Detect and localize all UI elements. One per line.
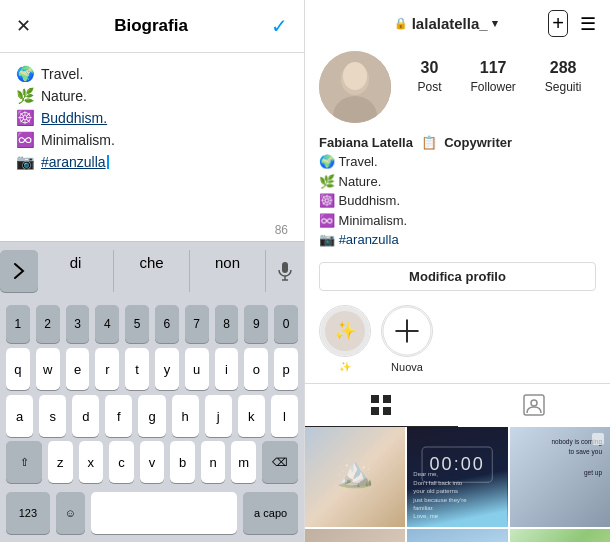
profile-bio-nature: 🌿 Nature.	[319, 172, 596, 192]
key-b[interactable]: b	[170, 441, 195, 483]
grid-item-5[interactable]	[407, 529, 507, 542]
grid-item-3[interactable]: nobody is comingto save youget up	[510, 427, 610, 527]
close-icon[interactable]	[16, 15, 31, 37]
stat-followers[interactable]: 117 Follower	[470, 59, 515, 95]
grid-cell-3: nobody is comingto save youget up	[510, 427, 610, 527]
key-t[interactable]: t	[125, 348, 149, 390]
stat-posts[interactable]: 30 Post	[417, 59, 441, 95]
numbers-key[interactable]: 123	[6, 492, 50, 534]
following-count: 288	[545, 59, 582, 77]
key-a[interactable]: a	[6, 395, 33, 437]
key-s[interactable]: s	[39, 395, 66, 437]
key-6[interactable]: 6	[155, 305, 179, 343]
tab-tagged[interactable]	[458, 384, 611, 427]
grid-item-6[interactable]	[510, 529, 610, 542]
key-o[interactable]: o	[244, 348, 268, 390]
profile-hashtag-link[interactable]: #aranzulla	[339, 232, 399, 247]
chevron-down-icon: ▾	[492, 17, 498, 30]
key-j[interactable]: j	[205, 395, 232, 437]
svg-text:✨: ✨	[334, 320, 357, 342]
key-9[interactable]: 9	[244, 305, 268, 343]
number-row: 1 2 3 4 5 6 7 8 9 0	[0, 300, 304, 343]
key-d[interactable]: d	[72, 395, 99, 437]
bio-edit-area[interactable]: 🌍 Travel. 🌿 Nature. ☸️ Buddhism. ♾️ Mini…	[0, 53, 304, 223]
key-5[interactable]: 5	[125, 305, 149, 343]
tabs-row	[305, 383, 610, 427]
key-y[interactable]: y	[155, 348, 179, 390]
bio-line-4: ♾️ Minimalism.	[16, 131, 288, 149]
story-circle-1[interactable]: ✨	[319, 305, 371, 357]
shift-key[interactable]: ⇧	[6, 441, 42, 483]
stories-row: ✨ ✨ Nuova	[305, 301, 610, 383]
svg-point-7	[343, 62, 367, 90]
keyboard-bottom-row: 123 ☺ a capo	[0, 488, 304, 542]
lock-icon: 🔒	[394, 17, 408, 30]
key-v[interactable]: v	[140, 441, 165, 483]
key-r[interactable]: r	[95, 348, 119, 390]
grid-item-1[interactable]: 🏔️	[305, 427, 405, 527]
add-story-button[interactable]	[381, 305, 433, 357]
profile-bio-travel: 🌍 Travel.	[319, 152, 596, 172]
header-icons: + ☰	[548, 10, 596, 37]
grid-cell-6	[510, 529, 610, 542]
username-text: lalalatella_	[412, 15, 488, 32]
emoji-key[interactable]: ☺	[56, 492, 85, 534]
key-m[interactable]: m	[231, 441, 256, 483]
tab-grid[interactable]	[305, 384, 458, 427]
followers-count: 117	[470, 59, 515, 77]
grid-item-4[interactable]: ✨	[305, 529, 405, 542]
menu-icon[interactable]: ☰	[580, 13, 596, 35]
svg-rect-30	[510, 529, 610, 542]
key-z[interactable]: z	[48, 441, 73, 483]
key-q[interactable]: q	[6, 348, 30, 390]
suggestion-non[interactable]: non	[190, 250, 266, 292]
text-cursor	[107, 155, 109, 169]
add-post-icon[interactable]: +	[548, 10, 568, 37]
nature-emoji: 🌿	[16, 87, 35, 105]
key-2[interactable]: 2	[36, 305, 60, 343]
followers-label: Follower	[470, 80, 515, 94]
grid-cell-5	[407, 529, 507, 542]
key-1[interactable]: 1	[6, 305, 30, 343]
edit-profile-button[interactable]: Modifica profilo	[319, 262, 596, 291]
key-u[interactable]: u	[185, 348, 209, 390]
backspace-key[interactable]: ⌫	[262, 441, 298, 483]
svg-rect-14	[383, 395, 391, 403]
key-i[interactable]: i	[215, 348, 239, 390]
key-k[interactable]: k	[238, 395, 265, 437]
stat-following[interactable]: 288 Seguiti	[545, 59, 582, 95]
key-0[interactable]: 0	[274, 305, 298, 343]
grid-cell-3-badge	[592, 433, 604, 445]
key-f[interactable]: f	[105, 395, 132, 437]
space-key[interactable]	[91, 492, 237, 534]
confirm-icon[interactable]	[271, 14, 288, 38]
svg-rect-16	[383, 407, 391, 415]
profile-username-header[interactable]: 🔒 lalalatella_ ▾	[394, 15, 498, 32]
svg-point-18	[531, 400, 537, 406]
key-8[interactable]: 8	[215, 305, 239, 343]
key-3[interactable]: 3	[66, 305, 90, 343]
key-g[interactable]: g	[138, 395, 165, 437]
key-w[interactable]: w	[36, 348, 60, 390]
key-p[interactable]: p	[274, 348, 298, 390]
key-4[interactable]: 4	[95, 305, 119, 343]
key-c[interactable]: c	[109, 441, 134, 483]
photo-grid: 🏔️ 00:00	[305, 427, 610, 543]
suggestion-di[interactable]: di	[38, 250, 114, 292]
key-x[interactable]: x	[79, 441, 104, 483]
left-header: Biografia	[0, 0, 304, 53]
svg-rect-0	[282, 262, 288, 273]
key-7[interactable]: 7	[185, 305, 209, 343]
right-panel: 🔒 lalalatella_ ▾ + ☰	[305, 0, 610, 542]
mic-button[interactable]	[266, 250, 304, 292]
suggestion-che[interactable]: che	[114, 250, 190, 292]
key-h[interactable]: h	[172, 395, 199, 437]
next-suggestion-button[interactable]	[0, 250, 38, 292]
key-e[interactable]: e	[66, 348, 90, 390]
grid-item-2[interactable]: 00:00 Dear me,Don't fall back intoyour o…	[407, 427, 507, 527]
key-l[interactable]: l	[271, 395, 298, 437]
return-key[interactable]: a capo	[243, 492, 298, 534]
bio-line-3: ☸️ Buddhism.	[16, 109, 288, 127]
key-n[interactable]: n	[201, 441, 226, 483]
stats-row: 30 Post 117 Follower 288 Seguiti	[403, 51, 596, 95]
